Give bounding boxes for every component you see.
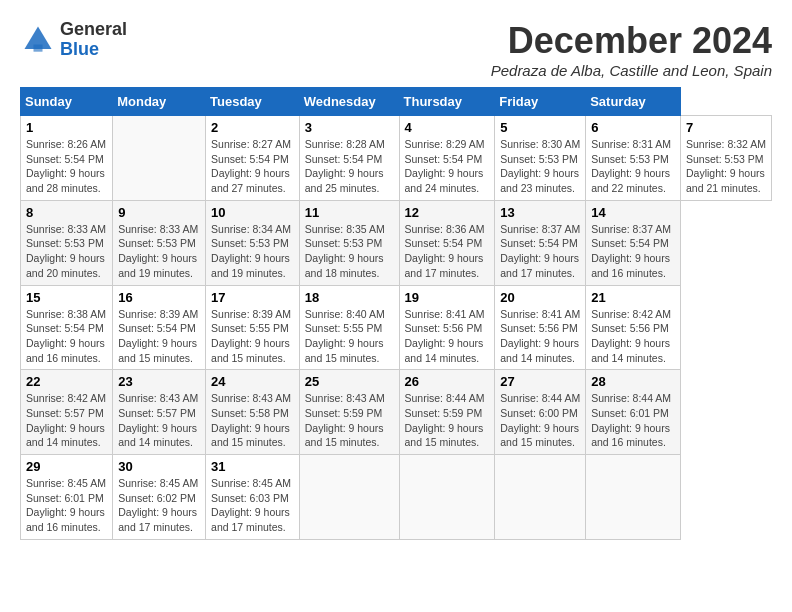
empty-day (586, 455, 681, 540)
empty-day (299, 455, 399, 540)
page-header: General Blue December 2024 Pedraza de Al… (20, 20, 772, 79)
day-12: 12Sunrise: 8:36 AMSunset: 5:54 PMDayligh… (399, 200, 495, 285)
empty-day (399, 455, 495, 540)
day-18: 18Sunrise: 8:40 AMSunset: 5:55 PMDayligh… (299, 285, 399, 370)
day-27: 27Sunrise: 8:44 AMSunset: 6:00 PMDayligh… (495, 370, 586, 455)
calendar-week-1: 1Sunrise: 8:26 AMSunset: 5:54 PMDaylight… (21, 116, 772, 201)
day-23: 23Sunrise: 8:43 AMSunset: 5:57 PMDayligh… (113, 370, 206, 455)
day-6: 6Sunrise: 8:31 AMSunset: 5:53 PMDaylight… (586, 116, 681, 201)
day-17: 17Sunrise: 8:39 AMSunset: 5:55 PMDayligh… (206, 285, 300, 370)
day-10: 10Sunrise: 8:34 AMSunset: 5:53 PMDayligh… (206, 200, 300, 285)
day-empty (113, 116, 206, 201)
location-title: Pedraza de Alba, Castille and Leon, Spai… (491, 62, 772, 79)
header-sunday: Sunday (21, 88, 113, 116)
day-16: 16Sunrise: 8:39 AMSunset: 5:54 PMDayligh… (113, 285, 206, 370)
calendar-week-3: 15Sunrise: 8:38 AMSunset: 5:54 PMDayligh… (21, 285, 772, 370)
logo: General Blue (20, 20, 127, 60)
calendar-week-2: 8Sunrise: 8:33 AMSunset: 5:53 PMDaylight… (21, 200, 772, 285)
header-monday: Monday (113, 88, 206, 116)
empty-day (495, 455, 586, 540)
day-20: 20Sunrise: 8:41 AMSunset: 5:56 PMDayligh… (495, 285, 586, 370)
day-28: 28Sunrise: 8:44 AMSunset: 6:01 PMDayligh… (586, 370, 681, 455)
day-15: 15Sunrise: 8:38 AMSunset: 5:54 PMDayligh… (21, 285, 113, 370)
logo-general-text: General (60, 20, 127, 40)
month-title: December 2024 (491, 20, 772, 62)
day-14: 14Sunrise: 8:37 AMSunset: 5:54 PMDayligh… (586, 200, 681, 285)
header-friday: Friday (495, 88, 586, 116)
day-9: 9Sunrise: 8:33 AMSunset: 5:53 PMDaylight… (113, 200, 206, 285)
calendar-week-5: 29Sunrise: 8:45 AMSunset: 6:01 PMDayligh… (21, 455, 772, 540)
day-7: 7Sunrise: 8:32 AMSunset: 5:53 PMDaylight… (680, 116, 771, 201)
calendar-week-4: 22Sunrise: 8:42 AMSunset: 5:57 PMDayligh… (21, 370, 772, 455)
day-21: 21Sunrise: 8:42 AMSunset: 5:56 PMDayligh… (586, 285, 681, 370)
header-tuesday: Tuesday (206, 88, 300, 116)
header-wednesday: Wednesday (299, 88, 399, 116)
day-8: 8Sunrise: 8:33 AMSunset: 5:53 PMDaylight… (21, 200, 113, 285)
calendar-header-row: Sunday Monday Tuesday Wednesday Thursday… (21, 88, 772, 116)
day-11: 11Sunrise: 8:35 AMSunset: 5:53 PMDayligh… (299, 200, 399, 285)
day-13: 13Sunrise: 8:37 AMSunset: 5:54 PMDayligh… (495, 200, 586, 285)
day-24: 24Sunrise: 8:43 AMSunset: 5:58 PMDayligh… (206, 370, 300, 455)
day-19: 19Sunrise: 8:41 AMSunset: 5:56 PMDayligh… (399, 285, 495, 370)
day-30: 30Sunrise: 8:45 AMSunset: 6:02 PMDayligh… (113, 455, 206, 540)
day-5: 5Sunrise: 8:30 AMSunset: 5:53 PMDaylight… (495, 116, 586, 201)
day-31: 31Sunrise: 8:45 AMSunset: 6:03 PMDayligh… (206, 455, 300, 540)
calendar-table: Sunday Monday Tuesday Wednesday Thursday… (20, 87, 772, 540)
day-3: 3Sunrise: 8:28 AMSunset: 5:54 PMDaylight… (299, 116, 399, 201)
day-26: 26Sunrise: 8:44 AMSunset: 5:59 PMDayligh… (399, 370, 495, 455)
logo-blue-text: Blue (60, 40, 127, 60)
header-thursday: Thursday (399, 88, 495, 116)
day-22: 22Sunrise: 8:42 AMSunset: 5:57 PMDayligh… (21, 370, 113, 455)
svg-rect-1 (34, 44, 43, 51)
day-25: 25Sunrise: 8:43 AMSunset: 5:59 PMDayligh… (299, 370, 399, 455)
logo-icon (20, 22, 56, 58)
day-4: 4Sunrise: 8:29 AMSunset: 5:54 PMDaylight… (399, 116, 495, 201)
day-1: 1Sunrise: 8:26 AMSunset: 5:54 PMDaylight… (21, 116, 113, 201)
header-saturday: Saturday (586, 88, 681, 116)
day-29: 29Sunrise: 8:45 AMSunset: 6:01 PMDayligh… (21, 455, 113, 540)
day-2: 2Sunrise: 8:27 AMSunset: 5:54 PMDaylight… (206, 116, 300, 201)
title-area: December 2024 Pedraza de Alba, Castille … (491, 20, 772, 79)
